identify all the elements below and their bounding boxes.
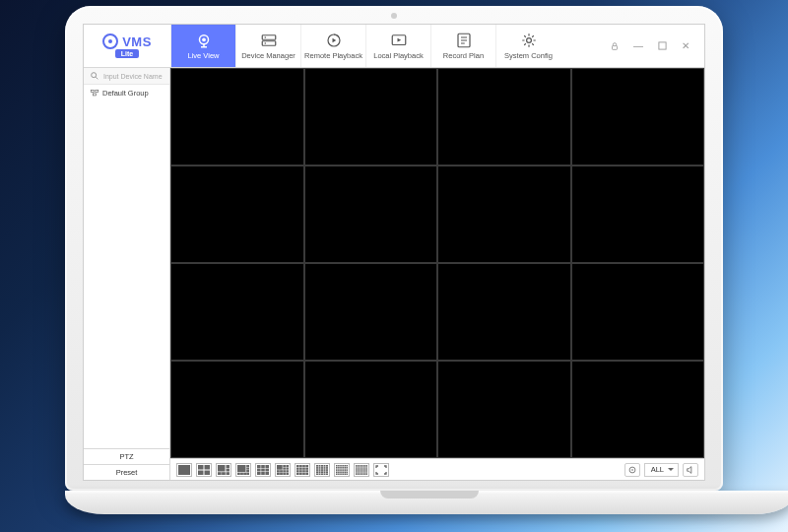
layout-5x5[interactable] (314, 463, 330, 477)
svg-rect-90 (316, 471, 318, 473)
svg-rect-46 (277, 465, 283, 470)
svg-rect-63 (296, 467, 299, 469)
layout-6x6[interactable] (334, 463, 350, 477)
group-icon (90, 88, 99, 98)
tab-remote-playback[interactable]: Remote Playback (300, 25, 365, 67)
fullscreen-button[interactable] (373, 463, 389, 477)
video-cell[interactable] (437, 68, 571, 166)
video-cell[interactable] (304, 68, 438, 166)
svg-point-152 (631, 469, 633, 471)
layout-1plus7[interactable] (235, 463, 251, 477)
layout-3x3[interactable] (255, 463, 271, 477)
gear-icon (520, 32, 538, 49)
close-button[interactable]: ✕ (677, 39, 694, 53)
tab-device-manager[interactable]: Device Manager (235, 25, 300, 67)
svg-rect-40 (257, 468, 261, 471)
preset-panel-header[interactable]: Preset (84, 465, 169, 480)
svg-rect-74 (305, 472, 308, 474)
video-cell[interactable] (170, 166, 304, 263)
layout-4x4[interactable] (295, 463, 310, 477)
video-cell[interactable] (304, 263, 438, 361)
layout-1plus12[interactable] (275, 463, 291, 477)
svg-rect-27 (222, 472, 226, 475)
svg-rect-41 (261, 468, 265, 471)
svg-rect-48 (286, 465, 289, 467)
svg-rect-114 (340, 468, 342, 469)
video-cell[interactable] (170, 361, 304, 458)
svg-rect-81 (319, 467, 321, 469)
svg-rect-115 (342, 468, 344, 469)
video-grid[interactable] (170, 68, 704, 458)
tree-root[interactable]: Default Group (84, 85, 169, 100)
tab-label: Local Playback (373, 51, 423, 60)
svg-point-1 (202, 37, 206, 41)
svg-rect-38 (261, 465, 265, 468)
svg-rect-89 (326, 469, 328, 471)
svg-rect-117 (346, 468, 348, 469)
snapshot-button[interactable] (624, 463, 640, 477)
svg-rect-128 (344, 471, 346, 472)
search-placeholder: Input Device Name (103, 73, 163, 80)
svg-rect-120 (340, 470, 342, 471)
layout-8x8[interactable] (354, 463, 369, 477)
tab-label: Remote Playback (304, 51, 362, 60)
maximize-button[interactable] (653, 39, 671, 53)
stream-select[interactable]: ALL (644, 463, 679, 477)
laptop-bezel: VMS Lite Live View Device Manager (65, 6, 723, 491)
video-cell[interactable] (437, 263, 571, 361)
tab-system-config[interactable]: System Config (495, 25, 560, 67)
audio-button[interactable] (683, 463, 698, 477)
video-cell[interactable] (304, 166, 438, 263)
video-cell[interactable] (170, 68, 304, 166)
svg-rect-96 (319, 473, 321, 475)
svg-rect-84 (326, 467, 328, 469)
svg-rect-43 (257, 472, 261, 475)
camera-icon (195, 32, 213, 49)
laptop-mock: VMS Lite Live View Device Manager (65, 6, 723, 514)
svg-rect-79 (326, 465, 328, 467)
lock-icon[interactable] (606, 39, 624, 53)
svg-rect-31 (246, 467, 249, 469)
svg-rect-107 (338, 466, 340, 467)
svg-rect-68 (299, 470, 302, 472)
video-cell[interactable] (437, 166, 571, 263)
video-cell[interactable] (170, 263, 304, 361)
svg-rect-130 (336, 473, 338, 475)
svg-rect-60 (299, 465, 302, 467)
device-search[interactable]: Input Device Name (84, 68, 169, 85)
remote-playback-icon (325, 32, 343, 49)
svg-rect-118 (336, 470, 338, 471)
layout-1x1[interactable] (176, 463, 192, 477)
video-cell[interactable] (304, 361, 438, 458)
video-cell[interactable] (571, 68, 705, 166)
app-body: Input Device Name Default Group PTZ Pres… (84, 68, 704, 480)
layout-1plus5[interactable] (216, 463, 231, 477)
svg-rect-126 (340, 471, 342, 472)
video-cell[interactable] (571, 263, 705, 361)
device-icon (260, 32, 278, 49)
logo-badge: Lite (115, 49, 139, 58)
video-cell[interactable] (571, 361, 705, 458)
video-cell[interactable] (571, 166, 705, 263)
device-tree: Default Group (84, 85, 169, 448)
stream-select-value: ALL (651, 465, 664, 474)
svg-rect-18 (178, 465, 190, 475)
svg-rect-94 (326, 471, 328, 473)
tab-record-plan[interactable]: Record Plan (430, 25, 495, 67)
svg-rect-15 (91, 91, 94, 93)
svg-rect-28 (227, 472, 230, 475)
svg-rect-106 (336, 466, 338, 467)
svg-rect-85 (316, 469, 318, 471)
minimize-button[interactable]: ― (629, 39, 647, 53)
ptz-panel-header[interactable]: PTZ (84, 449, 169, 465)
svg-rect-42 (265, 468, 269, 471)
svg-rect-19 (198, 465, 204, 470)
svg-rect-65 (302, 467, 305, 469)
tab-live-view[interactable]: Live View (170, 25, 235, 67)
layout-2x2[interactable] (196, 463, 212, 477)
tab-local-playback[interactable]: Local Playback (365, 25, 430, 67)
video-cell[interactable] (437, 361, 571, 458)
svg-rect-51 (277, 470, 280, 472)
local-playback-icon (390, 32, 408, 49)
svg-rect-101 (338, 465, 340, 466)
